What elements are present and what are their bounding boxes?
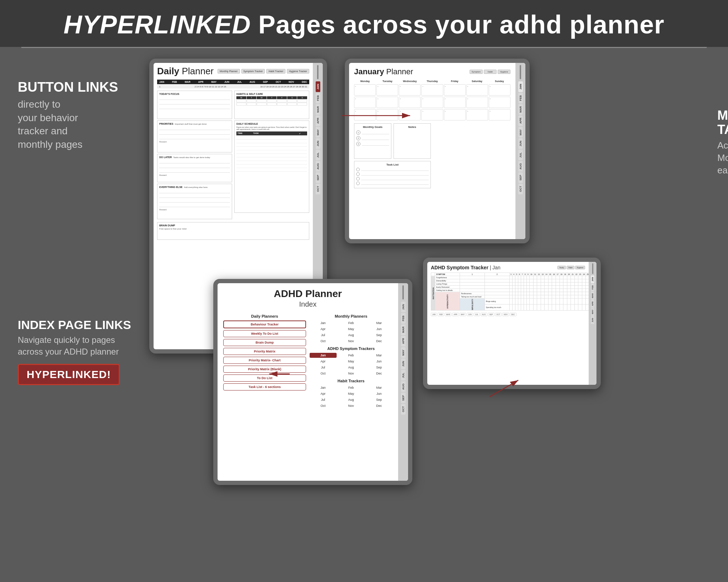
jan-symptom-btn[interactable]: Symptom [470, 70, 483, 74]
symptom-sep[interactable]: Sep [365, 365, 392, 370]
symptom-may[interactable]: May [338, 359, 365, 364]
jan-vtab-jun[interactable]: JUN [518, 138, 523, 149]
index-vtab-oct[interactable]: OCT [401, 404, 406, 415]
habit-jul[interactable]: Jul [310, 397, 337, 402]
symptom-btab-jan[interactable]: JAN [431, 313, 437, 316]
sym-vtab-may[interactable]: MAY [591, 308, 594, 316]
symptom-jun[interactable]: Jun [365, 359, 392, 364]
symptom-btab-jun[interactable]: JUN [467, 313, 473, 316]
jan-vtab-jul[interactable]: JUL [518, 150, 523, 160]
vtab-feb[interactable]: FEB [316, 93, 320, 103]
symptom-nov[interactable]: Nov [338, 371, 365, 376]
symptom-aug[interactable]: Aug [338, 365, 365, 370]
symptom-habit-btn[interactable]: Habit [567, 266, 574, 269]
sym-vtab-apr[interactable]: APR [591, 300, 594, 308]
symptom-tracker-btn[interactable]: Symptom Tracker [241, 69, 265, 74]
symptom-feb[interactable]: Feb [338, 353, 365, 358]
symptom-btab-aug[interactable]: AUG [481, 313, 487, 316]
symptom-btab-oct[interactable]: OCT [495, 313, 502, 316]
habit-apr[interactable]: Apr [310, 391, 337, 396]
index-vtab-may[interactable]: MAY [401, 347, 406, 358]
habit-dec[interactable]: Dec [365, 403, 392, 408]
behaviour-tracker-btn[interactable]: Behaviour Tracker [223, 320, 306, 328]
vtab-jan[interactable]: JAN [316, 81, 320, 92]
jan-vtab-aug[interactable]: AUG [518, 161, 523, 172]
vtab-sep[interactable]: SEP [316, 172, 320, 183]
habit-may[interactable]: May [338, 391, 365, 396]
vtab-mar[interactable]: MAR [316, 104, 320, 115]
monthly-jun[interactable]: Jun [365, 327, 392, 332]
symptom-btab-may[interactable]: MAY [460, 313, 466, 316]
monthly-nov[interactable]: Nov [338, 339, 365, 344]
index-vtab-aug[interactable]: AUG [401, 381, 406, 392]
task-list-btn[interactable]: Task List - 6 sections [223, 383, 306, 390]
symptom-btab-feb[interactable]: FEB [438, 313, 444, 316]
vtab-may[interactable]: MAY [316, 127, 320, 138]
jan-vtab-oct[interactable]: OCT [518, 184, 523, 194]
todo-list-btn[interactable]: To Do List [223, 374, 306, 382]
habit-mar[interactable]: Mar [365, 385, 392, 390]
monthly-jan[interactable]: Jan [310, 320, 337, 325]
sym-vtab-jan[interactable]: JAN [591, 275, 594, 283]
jan-vtab-sep[interactable]: SEP [518, 172, 523, 183]
monthly-oct[interactable]: Oct [310, 339, 337, 344]
index-vtab-jul[interactable]: JUL [401, 370, 406, 381]
monthly-may[interactable]: May [338, 327, 365, 332]
index-vtab-jan[interactable]: JAN [401, 302, 406, 312]
jan-vtab-jan[interactable]: JAN [518, 81, 523, 92]
monthly-aug[interactable]: Aug [338, 333, 365, 338]
symptom-btab-sep[interactable]: SEP [488, 313, 494, 316]
habit-aug[interactable]: Aug [338, 397, 365, 402]
habit-feb[interactable]: Feb [338, 385, 365, 390]
vtab-oct[interactable]: OCT [316, 184, 320, 194]
brain-dump-btn[interactable]: Brain Dump [223, 339, 306, 346]
index-vtab-jun[interactable]: JUN [401, 359, 406, 369]
index-vtab-feb[interactable]: FEB [401, 313, 406, 324]
symptom-btab-jul[interactable]: JUL [474, 313, 480, 316]
symptom-jan[interactable]: Jan [310, 353, 337, 358]
monthly-planner-btn[interactable]: Monthly Planner [218, 69, 240, 74]
vtab-jul[interactable]: JUL [316, 150, 320, 160]
priority-matrix-chart-btn[interactable]: Priority Matrix- Chart [223, 357, 306, 364]
vtab-apr[interactable]: APR [316, 115, 320, 126]
monthly-apr[interactable]: Apr [310, 327, 337, 332]
monthly-mar[interactable]: Mar [365, 320, 392, 325]
vtab-aug[interactable]: AUG [316, 161, 320, 172]
hygiene-tracker-btn[interactable]: Hygiene Tracker [287, 69, 309, 74]
symptom-btab-nov[interactable]: NOV [502, 313, 509, 316]
jan-vtab-apr[interactable]: APR [518, 115, 523, 126]
monthly-feb[interactable]: Feb [338, 320, 365, 325]
weekly-todo-btn[interactable]: Weekly To Do List [223, 330, 306, 337]
jan-vtab-may[interactable]: MAY [518, 127, 523, 138]
symptom-apr[interactable]: Apr [310, 359, 337, 364]
habit-nov[interactable]: Nov [338, 403, 365, 408]
jan-vtab-feb[interactable]: FEB [518, 93, 523, 103]
sym-vtab-jun[interactable]: JUN [591, 316, 594, 324]
habit-jun[interactable]: Jun [365, 391, 392, 396]
habit-jan[interactable]: Jan [310, 385, 337, 390]
symptom-hygiene-btn[interactable]: Hygiene [575, 266, 585, 269]
vtab-jun[interactable]: JUN [316, 138, 320, 149]
symptom-yearly-btn[interactable]: Yearly [557, 266, 566, 269]
priority-matrix-btn[interactable]: Priority Matrix [223, 348, 306, 355]
priority-matrix-blank-btn[interactable]: Priority Matrix (Blank) [223, 366, 306, 373]
monthly-jul[interactable]: Jul [310, 333, 337, 338]
symptom-btab-apr[interactable]: APR [452, 313, 459, 316]
index-vtab-mar[interactable]: MAR [401, 324, 406, 335]
habit-oct[interactable]: Oct [310, 403, 337, 408]
symptom-btab-mar[interactable]: MAR [445, 313, 451, 316]
sym-vtab-feb[interactable]: FEB [591, 284, 594, 291]
habit-sep[interactable]: Sep [365, 397, 392, 402]
habit-tracker-btn[interactable]: Habit Tracker [266, 69, 285, 74]
monthly-sep[interactable]: Sep [365, 333, 392, 338]
symptom-jul[interactable]: Jul [310, 365, 337, 370]
symptom-dec[interactable]: Dec [365, 371, 392, 376]
symptom-mar[interactable]: Mar [365, 353, 392, 358]
index-vtab-apr[interactable]: APR [401, 336, 406, 346]
sym-vtab-mar[interactable]: MAR [591, 292, 594, 300]
symptom-oct[interactable]: Oct [310, 371, 337, 376]
monthly-dec[interactable]: Dec [365, 339, 392, 344]
index-vtab-sep[interactable]: SEP [401, 393, 406, 403]
jan-hygiene-btn[interactable]: Hygiene [498, 70, 510, 74]
symptom-btab-dec[interactable]: DEC [510, 313, 516, 316]
